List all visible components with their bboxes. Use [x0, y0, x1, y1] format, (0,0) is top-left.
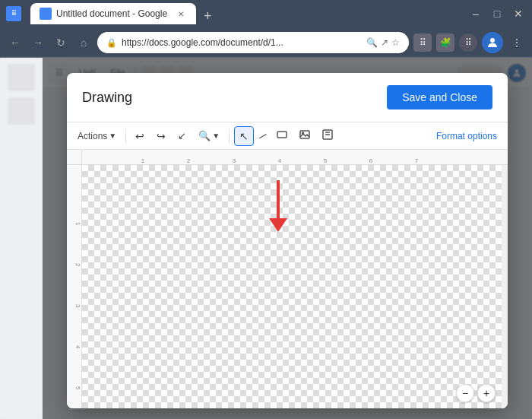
ruler-h-2: 2 — [166, 157, 211, 164]
undo-icon: ↩ — [135, 130, 144, 142]
modal-title: Drawing — [82, 90, 387, 106]
zoom-controls: − + — [456, 384, 496, 402]
line-tool-icon: / — [258, 130, 268, 141]
back-button[interactable]: ← — [6, 37, 24, 49]
ruler-h-4: 4 — [257, 157, 302, 164]
modal-header: Drawing Save and Close — [67, 73, 508, 122]
shape-tool-button[interactable] — [272, 126, 292, 145]
extensions-icon[interactable]: ⠿ — [413, 33, 432, 52]
tab-favicon — [40, 8, 52, 20]
ruler-h-7: 7 — [394, 157, 439, 164]
ruler-corner — [67, 150, 82, 165]
lock-icon: 🔒 — [106, 38, 117, 48]
red-arrow-annotation — [269, 180, 287, 232]
actions-dropdown-icon: ▼ — [109, 132, 116, 140]
ruler-h-5: 5 — [302, 157, 348, 164]
share-icon[interactable]: ↗ — [381, 37, 388, 48]
search-icon[interactable]: 🔍 — [366, 37, 378, 48]
sidebar-icon-2 — [8, 97, 35, 125]
ruler-v-4: 4 — [67, 326, 81, 367]
puzzle-icon[interactable]: 🧩 — [436, 33, 454, 52]
select-tool-icon: ↖ — [239, 130, 249, 142]
active-tab[interactable]: Untitled document - Google Doc... ✕ — [30, 3, 196, 24]
svg-rect-2 — [277, 132, 287, 138]
profile-icon[interactable] — [482, 32, 503, 53]
sidebar-icon — [8, 64, 35, 91]
line-tool-button[interactable]: / — [257, 127, 269, 145]
lock-button[interactable]: ↙ — [173, 127, 191, 144]
zoom-button[interactable]: 🔍 ▼ — [194, 127, 224, 144]
modal-overlay: Drawing Save and Close Actions ▼ ↩ ↪ — [43, 58, 532, 419]
drawing-toolbar: Actions ▼ ↩ ↪ ↙ 🔍 ▼ — [67, 122, 508, 150]
address-text: https://docs.google.com/document/d/1... — [122, 37, 362, 48]
forward-button[interactable]: → — [29, 37, 47, 49]
ruler-horizontal: 1 2 3 4 5 6 7 — [82, 150, 508, 165]
canvas-area[interactable]: 1 2 3 4 5 6 7 1 — [67, 150, 508, 408]
ruler-h-1: 1 — [120, 157, 166, 164]
ruler-v-5: 5 — [67, 367, 81, 408]
toolbar-divider-1 — [125, 129, 126, 144]
ruler-vertical: 1 2 3 4 5 — [67, 165, 82, 408]
new-tab-button[interactable]: + — [196, 8, 220, 24]
maximize-button[interactable]: □ — [489, 8, 505, 20]
tab-close-btn[interactable]: ✕ — [175, 8, 187, 20]
home-button[interactable]: ⌂ — [74, 37, 93, 49]
tab-title: Untitled document - Google Doc... — [56, 8, 170, 19]
actions-label: Actions — [78, 131, 107, 141]
shape-tool-icon — [277, 129, 287, 142]
zoom-icon: 🔍 — [198, 130, 211, 141]
text-tool-icon — [322, 129, 333, 142]
bookmark-icon[interactable]: ☆ — [391, 37, 400, 48]
zoom-dropdown-icon: ▼ — [212, 132, 220, 140]
ruler-v-1: 1 — [67, 203, 81, 244]
svg-point-0 — [490, 38, 495, 43]
doc-sidebar — [0, 58, 43, 419]
zoom-out-button[interactable]: − — [456, 384, 474, 402]
lock-icon-tool: ↙ — [178, 130, 186, 141]
refresh-button[interactable]: ↻ — [52, 37, 70, 49]
image-tool-button[interactable] — [295, 126, 315, 145]
doc-main: ☰ Unti File Drawing Save a — [43, 58, 532, 419]
minimize-button[interactable]: – — [468, 8, 483, 20]
toolbar-divider-2 — [229, 129, 230, 144]
text-tool-button[interactable] — [318, 126, 337, 145]
redo-icon: ↪ — [157, 130, 166, 142]
select-tool-button[interactable]: ↖ — [234, 126, 254, 146]
close-button[interactable]: ✕ — [511, 8, 526, 20]
arrow-head — [269, 218, 287, 232]
app-icon: ⠿ — [6, 6, 21, 21]
drawing-modal: Drawing Save and Close Actions ▼ ↩ ↪ — [67, 73, 508, 408]
browser-menu-icon[interactable]: ⠿ — [459, 33, 477, 52]
undo-button[interactable]: ↩ — [131, 127, 149, 145]
arrow-line — [277, 180, 280, 218]
ruler-v-2: 2 — [67, 244, 81, 285]
image-tool-icon — [299, 129, 310, 142]
ruler-h-6: 6 — [348, 157, 394, 164]
ruler-h-3: 3 — [211, 157, 257, 164]
drawing-canvas[interactable] — [82, 165, 508, 408]
ruler-v-3: 3 — [67, 285, 81, 326]
zoom-in-button[interactable]: + — [477, 384, 496, 402]
format-options-button[interactable]: Format options — [432, 128, 502, 144]
right-scrollbar[interactable] — [502, 165, 508, 408]
actions-button[interactable]: Actions ▼ — [73, 128, 121, 144]
redo-button[interactable]: ↪ — [152, 127, 170, 145]
save-and-close-button[interactable]: Save and Close — [387, 85, 492, 110]
more-menu-icon[interactable]: ⋮ — [508, 37, 526, 49]
address-bar[interactable]: 🔒 https://docs.google.com/document/d/1..… — [97, 32, 409, 53]
